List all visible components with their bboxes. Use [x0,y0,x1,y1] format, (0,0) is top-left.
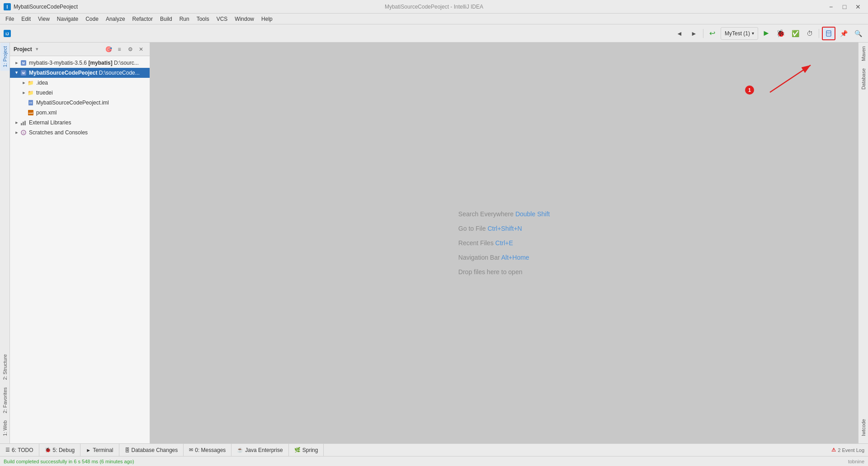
menu-run[interactable]: Run [176,14,193,24]
bottom-tab-terminal[interactable]: ► Terminal [80,444,119,456]
tree-label-pom: pom.xml [36,109,57,116]
pin-button[interactable]: 📌 [837,27,850,40]
sidebar-item-iwtcode[interactable]: Iwtcode [859,415,868,440]
sidebar-item-favorites[interactable]: 2: Favorites [0,384,9,417]
minimize-button[interactable]: − [825,0,837,13]
close-button[interactable]: ✕ [852,0,864,13]
menu-vcs[interactable]: VCS [213,14,231,24]
todo-icon: ☰ [5,447,10,453]
window-controls: − □ ✕ [825,0,864,13]
tree-label-extlibs: External Libraries [29,119,71,126]
menu-file[interactable]: File [2,14,18,24]
shortcut-recent: Ctrl+E [495,239,513,247]
bottom-tab-spring[interactable]: 🌿 Spring [289,444,324,456]
run-config-dropdown[interactable]: MyTest (1) ▾ [721,27,758,40]
sidebar-item-project[interactable]: 1: Project [0,43,9,71]
menu-window[interactable]: Window [231,14,258,24]
intellij-logo: IJ [4,30,11,37]
project-indicator: IJ [4,30,671,37]
tree-item-scratches[interactable]: ► S Scratches and Consoles [10,128,150,138]
profile-button[interactable]: ⏱ [803,27,816,40]
navigate-back-icon[interactable]: ↩ [706,27,719,40]
svg-rect-16 [23,122,24,125]
tree-arrow-truedei: ► [21,90,27,96]
bottom-tab-dbchanges[interactable]: 🗄 Database Changes [119,444,184,456]
bottom-tab-debug[interactable]: 🐞 5: Debug [39,444,81,456]
maximize-button[interactable]: □ [838,0,851,13]
menu-refactor[interactable]: Refactor [129,14,156,24]
menu-view[interactable]: View [34,14,53,24]
menu-code[interactable]: Code [82,14,102,24]
hint-recent-files: Recent Files Ctrl+E [458,239,513,247]
menu-navigate[interactable]: Navigate [53,14,82,24]
sidebar-item-web[interactable]: 1: Web [0,417,9,440]
side-tabs-left: 1: Project 2: Structure 2: Favorites 1: … [0,43,10,443]
status-message: Build completed successfully in 6 s 548 … [4,459,134,464]
tree-item-iml[interactable]: iml MybatiSourceCodePeoject.iml [10,98,150,108]
bottom-tab-javaee[interactable]: ☕ Java Enterprise [231,444,288,456]
main-area: 1: Project 2: Structure 2: Favorites 1: … [0,43,868,443]
svg-text:S: S [23,131,25,134]
menu-edit[interactable]: Edit [18,14,34,24]
todo-label: 6: TODO [12,447,33,453]
menu-analyze[interactable]: Analyze [102,14,129,24]
highlighted-toolbar-button[interactable] [822,27,835,40]
javaee-label: Java Enterprise [245,447,283,453]
panel-close-btn[interactable]: ✕ [136,44,146,54]
tree-item-extlibs[interactable]: ► External Libraries [10,118,150,128]
svg-text:iml: iml [29,101,32,104]
tree-label-mybatis: mybatis-3-mybatis-3.5.6 [mybatis] D:\sou… [29,60,139,66]
terminal-label: Terminal [93,447,113,453]
bookmark-icon [826,30,832,37]
event-log-badge[interactable]: ⚠ [831,447,836,453]
tree-arrow-mybatissource: ► [14,70,20,76]
locate-file-btn[interactable]: 🎯 [104,44,113,54]
debug-label: 5: Debug [53,447,75,453]
event-log-label[interactable]: 2 Event Log [838,447,864,453]
spring-icon: 🌿 [294,447,301,453]
search-everywhere-button[interactable]: 🔍 [852,27,864,40]
tree-item-pom[interactable]: xml pom.xml [10,108,150,118]
panel-settings-btn[interactable]: ⚙ [125,44,135,54]
tree-label-iml: MybatiSourceCodePeoject.iml [36,100,109,106]
tree-item-mybatis[interactable]: ► M mybatis-3-mybatis-3.5.6 [mybatis] D:… [10,58,150,68]
sidebar-item-database[interactable]: Database [859,65,868,93]
bottom-tab-messages[interactable]: ✉ 0: Messages [184,444,231,456]
sidebar-item-structure[interactable]: 2: Structure [0,351,9,384]
folder-icon-truedei: 📁 [27,89,34,96]
debug-button[interactable]: 🐞 [774,27,787,40]
coverage-button[interactable]: ✅ [789,27,802,40]
svg-text:I: I [7,5,8,10]
messages-label: 0: Messages [195,447,226,453]
tree-arrow-idea: ► [21,80,27,86]
menu-tools[interactable]: Tools [193,14,213,24]
run-button[interactable]: ► [760,27,773,40]
menu-build[interactable]: Build [156,14,176,24]
back-button[interactable]: ◄ [673,27,686,40]
bottom-right: ⚠ 2 Event Log [831,447,868,453]
panel-title: Project [14,46,32,52]
scratch-icon: S [20,129,27,136]
shortcut-search: Double Shift [515,210,550,218]
collapse-all-btn[interactable]: ≡ [114,44,124,54]
sidebar-item-maven[interactable]: Maven [859,43,868,65]
tree-item-mybatissource[interactable]: ► M MybatiSourceCodePeoject D:\sourceCod… [10,68,150,78]
hint-navigation-bar: Navigation Bar Alt+Home [458,254,529,261]
bottom-tab-todo[interactable]: ☰ 6: TODO [0,444,39,456]
menu-help[interactable]: Help [258,14,276,24]
tree-label-scratches: Scratches and Consoles [29,129,88,136]
library-icon [20,119,27,126]
annotation-arrow [765,61,820,97]
shortcut-goto: Ctrl+Shift+N [487,225,522,232]
tree-item-idea[interactable]: ► 📁 .idea [10,78,150,88]
project-panel: Project ▾ 🎯 ≡ ⚙ ✕ ► M [10,43,150,443]
svg-text:M: M [22,71,25,75]
project-tree: ► M mybatis-3-mybatis-3.5.6 [mybatis] D:… [10,56,150,443]
app-icon: I [4,3,11,10]
panel-dropdown-icon[interactable]: ▾ [36,46,38,52]
editor-hints: Search Everywhere Double Shift Go to Fil… [458,210,550,276]
terminal-icon: ► [86,447,91,453]
forward-button[interactable]: ► [688,27,700,40]
tree-item-truedei[interactable]: ► 📁 truedei [10,88,150,98]
bottom-bar: ☰ 6: TODO 🐞 5: Debug ► Terminal 🗄 Databa… [0,443,868,456]
